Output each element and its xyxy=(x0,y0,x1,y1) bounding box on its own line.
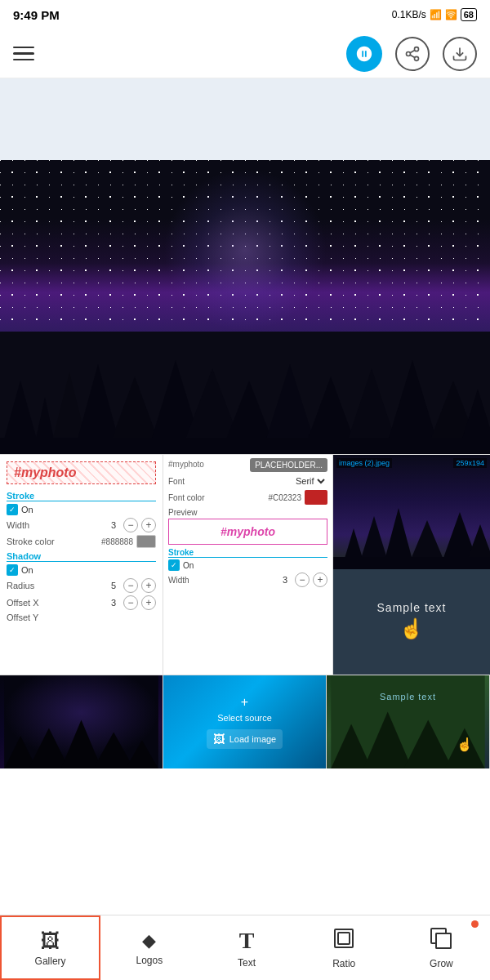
plus-icon: + xyxy=(241,695,248,710)
right-bottom: Sample text ☝ xyxy=(333,569,490,675)
logos-icon: ◆ xyxy=(142,930,156,951)
nav-gallery[interactable]: 🖼 Gallery xyxy=(0,915,100,980)
shadow-checkbox[interactable]: ✓ On xyxy=(7,564,33,576)
hamburger-menu-button[interactable] xyxy=(13,47,34,61)
mid-width-row: Width 3 − + xyxy=(168,572,327,587)
mid-stroke-on-label: On xyxy=(183,561,194,570)
ratio-icon xyxy=(332,927,355,955)
status-right: 0.1KB/s 📶 🛜 68 xyxy=(392,8,477,21)
shadow-radius-label: Radius xyxy=(7,581,34,590)
load-image-row[interactable]: 🖼 Load image xyxy=(207,729,283,749)
font-row: Font Serif xyxy=(168,475,327,487)
mid-width-plus[interactable]: + xyxy=(313,572,327,587)
mid-preview-box: #myphoto xyxy=(168,519,327,545)
mid-width-stepper: 3 − + xyxy=(278,572,327,587)
share-button[interactable] xyxy=(395,37,430,71)
stroke-checkbox[interactable]: ✓ On xyxy=(7,504,33,515)
stroke-width-plus[interactable]: + xyxy=(141,518,156,532)
stroke-section-label: Stroke xyxy=(7,491,156,501)
mid-preview-text: #myphoto xyxy=(220,525,275,538)
font-color-swatch[interactable] xyxy=(305,490,327,505)
thumb-select-source[interactable]: + Select source 🖼 Load image xyxy=(163,675,327,768)
wifi-icon: 🛜 xyxy=(445,9,457,20)
shadow-section-label: Shadow xyxy=(7,551,156,562)
stroke-color-label: Stroke color xyxy=(7,537,55,546)
nav-text[interactable]: T Text xyxy=(198,915,295,980)
stroke-color-hex: #888888 xyxy=(101,537,133,546)
shadow-radius-stepper: 5 − + xyxy=(107,578,156,593)
logo-button[interactable] xyxy=(346,36,382,72)
thumbs-row: + Select source 🖼 Load image Sample text… xyxy=(0,675,490,768)
grow-label: Grow xyxy=(430,958,453,969)
nav-grow[interactable]: Grow xyxy=(393,915,490,980)
mid-stroke-on-row: ✓ On xyxy=(168,559,327,571)
mid-stroke-checkbox[interactable]: ✓ xyxy=(168,559,180,571)
svg-point-0 xyxy=(415,47,419,51)
download-button[interactable] xyxy=(443,37,477,71)
right-panel: images (2).jpeg 259x194 xyxy=(333,455,490,675)
svg-line-3 xyxy=(410,55,415,57)
font-color-hex: #C02323 xyxy=(268,493,301,502)
thumb-cursor-icon: ☝ xyxy=(457,737,473,752)
svg-rect-21 xyxy=(0,438,490,454)
svg-rect-43 xyxy=(338,933,350,944)
left-panel: #myphoto Stroke ✓ On Width 3 − + Stroke … xyxy=(0,455,163,675)
svg-rect-29 xyxy=(333,557,490,569)
shadow-offsetx-label: Offset X xyxy=(7,598,39,608)
svg-line-4 xyxy=(410,50,415,52)
mid-width-label: Width xyxy=(168,576,189,585)
left-preview-text: #myphoto xyxy=(14,466,76,479)
shadow-offsetx-minus[interactable]: − xyxy=(123,595,138,610)
thumb-forest[interactable]: Sample text ☝ xyxy=(327,675,490,768)
thumb-galaxy[interactable] xyxy=(0,675,163,768)
shadow-on-label: On xyxy=(21,565,33,575)
gallery-icon: 🖼 xyxy=(41,929,60,952)
stroke-color-row: Stroke color #888888 xyxy=(7,535,156,548)
main-image xyxy=(0,160,490,454)
font-select[interactable]: Serif xyxy=(292,475,327,487)
right-image-size: 259x194 xyxy=(453,458,487,468)
stroke-color-preview[interactable]: #888888 xyxy=(101,535,156,548)
status-bar: 9:49 PM 0.1KB/s 📶 🛜 68 xyxy=(0,0,490,29)
load-image-label: Load image xyxy=(229,734,277,744)
battery-icon: 68 xyxy=(461,8,477,21)
shadow-offsetx-stepper: 3 − + xyxy=(107,595,156,610)
preview-label: Preview xyxy=(168,508,327,517)
sample-text-label: Sample text xyxy=(377,601,447,614)
shadow-radius-plus[interactable]: + xyxy=(141,578,156,593)
mid-top-text: #myphoto xyxy=(168,460,204,469)
mid-width-value: 3 xyxy=(278,575,292,585)
shadow-offsetx-plus[interactable]: + xyxy=(141,595,156,610)
mid-panel: #myphoto PLACEHOLDER... Font Serif Font … xyxy=(163,455,333,675)
shadow-offsetx-row: Offset X 3 − + xyxy=(7,595,156,610)
shadow-radius-row: Radius 5 − + xyxy=(7,578,156,593)
text-label: Text xyxy=(238,957,256,969)
font-color-label: Font color xyxy=(168,493,204,502)
editor-area: #myphoto Stroke ✓ On Width 3 − + Stroke … xyxy=(0,454,490,675)
shadow-offsety-row: Offset Y xyxy=(7,612,156,622)
stroke-width-minus[interactable]: − xyxy=(123,518,138,532)
bottom-nav: 🖼 Gallery ◆ Logos T Text Ratio Grow xyxy=(0,915,490,980)
right-image: images (2).jpeg 259x194 xyxy=(333,455,490,569)
shadow-offsety-label: Offset Y xyxy=(7,612,38,622)
font-color-row: Font color #C02323 xyxy=(168,490,327,505)
app-bar xyxy=(0,29,490,78)
shadow-radius-minus[interactable]: − xyxy=(123,578,138,593)
stroke-on-row: ✓ On xyxy=(7,504,156,515)
cursor-icon: ☝ xyxy=(399,617,424,640)
nav-ratio[interactable]: Ratio xyxy=(296,915,393,980)
stroke-width-label: Width xyxy=(7,520,29,530)
placeholder-button[interactable]: PLACEHOLDER... xyxy=(250,458,327,472)
shadow-radius-value: 5 xyxy=(107,581,120,590)
svg-point-1 xyxy=(407,51,411,56)
logos-label: Logos xyxy=(136,955,163,966)
stroke-on-label: On xyxy=(21,505,33,514)
left-preview-box: #myphoto xyxy=(7,461,156,484)
network-speed: 0.1KB/s xyxy=(392,9,426,20)
nav-logos[interactable]: ◆ Logos xyxy=(100,915,198,980)
trees-layer xyxy=(0,332,490,454)
mid-width-minus[interactable]: − xyxy=(295,572,310,587)
select-source-label: Select source xyxy=(217,713,272,723)
image-icon: 🖼 xyxy=(213,733,225,746)
signal-icon: 📶 xyxy=(430,9,442,20)
